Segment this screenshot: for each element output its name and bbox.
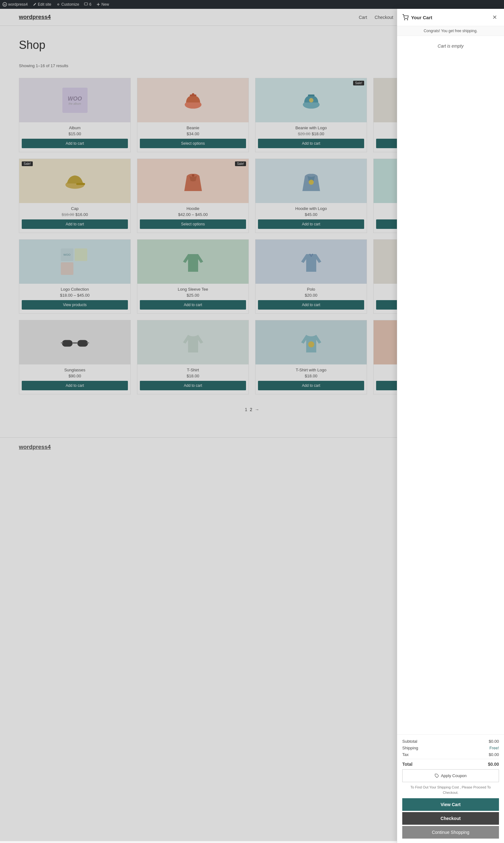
product-price: $18.00: [255, 374, 367, 378]
product-price: $18.00: [137, 374, 249, 378]
admin-bar: W wordpress4 Edit site Customize 6 New: [0, 0, 504, 9]
product-card: T-Shirt with Logo $18.00 Add to cart: [255, 320, 367, 394]
product-image: WOOthe album: [19, 78, 130, 122]
product-price: $25.00: [137, 293, 249, 298]
cart-subtotal-row: Subtotal $0.00: [402, 739, 499, 744]
admin-bar-comments[interactable]: 6: [84, 2, 91, 6]
product-card: Polo $20.00 Add to cart: [255, 239, 367, 314]
product-image: Sale!: [137, 159, 249, 203]
view-cart-button[interactable]: View Cart: [402, 798, 499, 811]
product-image: Sale!: [19, 159, 130, 203]
nav-cart[interactable]: Cart: [359, 15, 367, 20]
svg-point-18: [192, 174, 194, 176]
subtotal-label: Subtotal: [402, 739, 417, 744]
coupon-btn-label: Apply Coupon: [441, 773, 467, 778]
svg-rect-17: [76, 183, 85, 185]
product-price: $20.00: [255, 293, 367, 298]
product-price: $45.00: [255, 212, 367, 217]
product-name: Long Sleeve Tee: [140, 287, 246, 292]
cart-close-button[interactable]: ✕: [490, 13, 499, 21]
svg-rect-21: [62, 340, 72, 347]
shop-showing: Showing 1–16 of 17 results: [19, 63, 68, 68]
product-card: Sunglasses $90.00 Add to cart: [19, 320, 131, 394]
product-name: T-Shirt: [140, 367, 246, 372]
product-name: Sunglasses: [22, 367, 128, 372]
product-card: Sale! Cap $18.00$16.00 Add to cart: [19, 159, 131, 233]
cart-icon: [402, 14, 409, 20]
add-to-cart-button[interactable]: Add to cart: [258, 381, 364, 390]
product-card: WOO Logo Collection $18.00 – $45.00 View…: [19, 239, 131, 314]
site-logo[interactable]: wordpress4: [19, 14, 51, 20]
cart-header: Your Cart ✕: [397, 9, 504, 26]
product-name: Hoodie with Logo: [258, 206, 364, 211]
admin-bar-site-label: wordpress4: [8, 2, 28, 6]
cart-title: Your Cart: [411, 15, 432, 20]
subtotal-value: $0.00: [489, 739, 499, 744]
tax-value: $0.00: [489, 752, 499, 757]
admin-bar-customize[interactable]: Customize: [56, 2, 79, 6]
apply-coupon-button[interactable]: Apply Coupon: [402, 769, 499, 782]
product-image: Sale!: [255, 78, 367, 122]
cart-shipping-notice: To Find Out Your Shipping Cost , Please …: [402, 785, 499, 795]
cart-free-shipping: Congrats! You get free shipping.: [397, 26, 504, 36]
sale-badge: Sale!: [22, 161, 33, 166]
svg-point-2: [57, 4, 59, 5]
page-next[interactable]: 2: [250, 407, 252, 412]
cart-sidebar: Your Cart ✕ Congrats! You get free shipp…: [397, 9, 504, 841]
sale-badge: Sale!: [235, 161, 246, 166]
product-price: $20.00$18.00: [255, 132, 367, 136]
add-to-cart-button[interactable]: Select options: [140, 139, 246, 148]
add-to-cart-button[interactable]: Add to cart: [258, 300, 364, 310]
add-to-cart-button[interactable]: Add to cart: [140, 300, 246, 310]
admin-bar-wp[interactable]: W wordpress4: [2, 2, 28, 6]
admin-bar-new-label: New: [102, 2, 109, 6]
product-name: Album: [22, 125, 128, 130]
svg-point-26: [308, 341, 314, 347]
add-to-cart-button[interactable]: Add to cart: [22, 139, 128, 148]
checkout-button[interactable]: Checkout: [402, 812, 499, 825]
tax-label: Tax: [402, 752, 409, 757]
add-to-cart-button[interactable]: Add to cart: [258, 220, 364, 229]
admin-bar-edit[interactable]: Edit site: [33, 2, 51, 6]
svg-point-10: [309, 98, 313, 102]
admin-bar-new[interactable]: New: [96, 2, 109, 6]
admin-bar-customize-label: Customize: [61, 2, 79, 6]
svg-rect-24: [61, 342, 63, 343]
shipping-label: Shipping: [402, 745, 418, 750]
coupon-icon: [435, 774, 439, 778]
product-image: [19, 320, 130, 364]
product-name: T-Shirt with Logo: [258, 367, 364, 372]
add-to-cart-button[interactable]: Add to cart: [22, 381, 128, 390]
svg-text:W: W: [3, 3, 6, 6]
add-to-cart-button[interactable]: Add to cart: [258, 139, 364, 148]
page-current: 1: [245, 407, 247, 412]
cart-free-shipping-msg: Congrats! You get free shipping.: [424, 29, 478, 33]
product-name: Beanie with Logo: [258, 125, 364, 130]
cart-tax-row: Tax $0.00: [402, 752, 499, 757]
product-price: $18.00$16.00: [19, 212, 130, 217]
add-to-cart-button[interactable]: Add to cart: [22, 220, 128, 229]
svg-point-28: [407, 20, 408, 20]
add-to-cart-button[interactable]: View products: [22, 300, 128, 310]
product-name: Hoodie: [140, 206, 246, 211]
add-to-cart-button[interactable]: Select options: [140, 220, 246, 229]
admin-bar-comments-count: 6: [89, 2, 91, 6]
product-image: [255, 240, 367, 284]
product-price: $90.00: [19, 374, 130, 378]
svg-rect-23: [72, 342, 77, 344]
product-price: $42.00 – $45.00: [137, 212, 249, 217]
nav-checkout[interactable]: Checkout: [375, 15, 393, 20]
product-name: Polo: [258, 287, 364, 292]
product-name: Cap: [22, 206, 128, 211]
product-price: $18.00 – $45.00: [19, 293, 130, 298]
page-arrow: →: [255, 407, 259, 412]
product-card: WOOthe album Album $15.00 Add to cart: [19, 78, 131, 152]
product-name: Beanie: [140, 125, 246, 130]
add-to-cart-button[interactable]: Add to cart: [140, 381, 246, 390]
continue-shopping-button[interactable]: Continue Shopping: [402, 826, 499, 839]
footer-logo[interactable]: wordpress4: [19, 444, 51, 450]
sale-badge: Sale!: [353, 81, 364, 85]
cart-total-row: Total $0.00: [402, 759, 499, 767]
svg-rect-11: [308, 94, 314, 97]
product-image: [255, 320, 367, 364]
